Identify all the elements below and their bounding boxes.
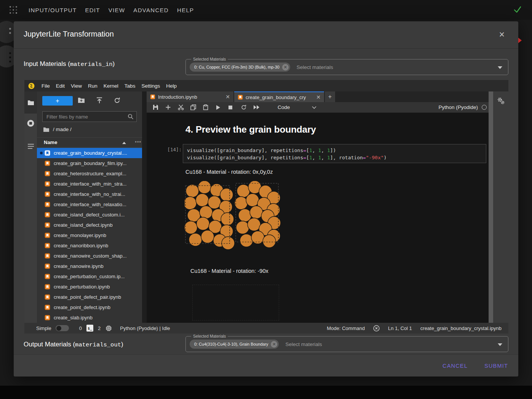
notebook-file-icon [45,284,50,290]
notebook-file-icon [45,222,50,228]
chip-remove-icon[interactable]: ✕ [282,64,289,71]
output-materials-select[interactable]: Selected Materials 0: Cu4(310)-Cu4(-3-10… [185,336,508,352]
notebook-content[interactable]: 4. Preview the grain boundary [14]: visu… [147,113,489,323]
file-browser: + / made / Name ••• cr [37,91,142,323]
notebook-file-icon [45,253,50,259]
dialog-title: JupyterLite Transformation [24,30,114,38]
save-button[interactable] [153,104,165,110]
restart-run-all-button[interactable] [253,105,266,110]
notebook-tab[interactable]: create_grain_boundary_cry ✕ [234,91,324,102]
file-row[interactable]: create_interface_with_no_strai... [37,189,142,199]
jupyterlab-menu-item[interactable]: Kernel [101,83,121,89]
close-icon[interactable]: ✕ [225,94,230,100]
add-cell-button[interactable] [165,104,178,110]
editor-mode[interactable]: Mode: Command [327,325,365,331]
dropdown-arrow-icon[interactable] [498,343,502,346]
file-row[interactable]: create_monolayer.ipynb [37,230,142,240]
topbar-menu-item[interactable]: HELP [177,7,194,13]
app-logo-dots-icon[interactable] [8,5,18,15]
file-row[interactable]: create_slab.ipynb [37,312,142,323]
file-row[interactable]: create_point_defect.ipynb [37,302,142,312]
file-row[interactable]: create_point_defect_pair.ipynb [37,292,142,302]
file-row[interactable]: create_grain_boundary_film.ipy... [37,158,142,168]
sidebar-tab-files[interactable] [24,91,37,114]
topbar-menu-item[interactable]: ADVANCED [133,7,169,13]
scrollbar[interactable] [489,91,493,323]
new-tab-button[interactable]: + [325,91,335,102]
file-row[interactable]: create_heterostructure_exampl... [37,168,142,179]
sidebar-tab-running[interactable] [24,120,37,127]
file-row[interactable]: create_nanoribbon.ipynb [37,240,142,251]
chip-remove-icon[interactable]: ✕ [271,341,277,348]
notebook-file-icon [45,263,50,269]
jupyterlab-menu-item[interactable]: Edit [53,83,68,89]
file-row[interactable]: create_perturbation_custom.ip... [37,271,142,282]
sidebar-tab-toc[interactable] [24,143,37,149]
file-name: create_interface_with_min_stra... [54,181,126,187]
close-icon[interactable]: ✕ [316,94,321,100]
jupyterlab-menu-item[interactable]: Help [163,83,180,89]
trust-shield-icon[interactable] [373,325,380,332]
file-list-header[interactable]: Name ••• [37,137,142,147]
file-name: create_point_defect_pair.ipynb [54,294,121,300]
success-check-icon [513,6,522,13]
file-row[interactable]: create_island_defect_custom.i... [37,210,142,220]
file-name: create_slab.ipynb [54,315,93,320]
kernels-count[interactable]: 2 [98,325,101,331]
file-row[interactable]: create_nanowire_custom_shap... [37,251,142,261]
filter-files-input[interactable] [42,111,137,122]
input-materials-select[interactable]: Selected Materials 0: Cu, Copper, FCC (F… [185,59,508,75]
cell-type-select[interactable]: Code [278,104,290,110]
jupyterlab-menu-item[interactable]: File [38,83,53,89]
kernel-indicator[interactable]: Python (Pyodide) [438,104,489,110]
kernel-status-text[interactable]: Python (Pyodide) | Idle [120,325,170,331]
notebook-tab[interactable]: Introduction.ipynb ✕ [147,91,233,102]
chevron-down-icon[interactable] [312,106,316,109]
new-folder-icon[interactable] [78,97,85,103]
topbar-menu-item[interactable]: VIEW [109,7,125,13]
kernel-chip-icon[interactable] [105,325,112,332]
settings-gears-icon[interactable] [497,97,505,106]
topbar-menu-item[interactable]: INPUT/OUTPUT [29,7,77,13]
field-legend: Selected Materials [191,334,228,338]
file-row[interactable]: create_nanowire.ipynb [37,261,142,271]
notebook-file-icon [45,232,50,238]
run-cell-button[interactable] [216,105,228,110]
material-visualization[interactable] [185,181,281,254]
dropdown-arrow-icon[interactable] [498,66,502,69]
topbar-menu-item[interactable]: EDIT [85,7,100,13]
file-row[interactable]: create_perturbation.ipynb [37,282,142,292]
simple-mode-label: Simple [36,325,51,331]
interrupt-kernel-button[interactable] [228,105,241,110]
breadcrumb[interactable]: / made / [43,127,72,132]
terminals-count[interactable]: 0 [79,325,82,331]
file-row[interactable]: create_interface_with_relaxatio... [37,199,142,210]
close-icon[interactable]: × [499,30,505,39]
material-chip[interactable]: 0: Cu4(310)-Cu4(-3-10), Grain Boundary ✕ [190,340,279,349]
terminal-icon[interactable]: $_ [86,325,93,332]
jupyterlab-menu-item[interactable]: Run [85,83,101,89]
jupyterlab-menu-item[interactable]: View [68,83,85,89]
notebook-panel: Introduction.ipynb ✕ create_grain_bounda… [147,91,489,323]
file-row[interactable]: create_grain_boundary_crystal.... [37,148,142,158]
refresh-icon[interactable] [114,97,120,104]
tab-label: Introduction.ipynb [158,94,223,100]
code-cell[interactable]: visualize([grain_boundary], repetitions=… [183,144,486,163]
upload-icon[interactable] [96,97,102,104]
cursor-position[interactable]: Ln 1, Col 1 [388,325,412,331]
jupyterlab-menu-item[interactable]: Settings [138,83,163,89]
cancel-button[interactable]: CANCEL [443,363,468,369]
jupyterlab-menu-item[interactable]: Tabs [121,83,139,89]
paste-cells-button[interactable] [203,104,216,110]
restart-kernel-button[interactable] [241,104,253,110]
file-row[interactable]: create_island_defect.ipynb [37,220,142,230]
file-row[interactable]: create_interface_with_min_stra... [37,179,142,189]
table-of-contents-icon [27,143,34,149]
submit-button[interactable]: SUBMIT [484,363,508,369]
material-chip[interactable]: 0: Cu, Copper, FCC (Fm-3m) 3D (Bulk), mp… [190,62,290,72]
panel-splitter[interactable] [142,91,147,323]
new-launcher-button[interactable]: + [42,96,73,106]
copy-cells-button[interactable] [190,104,203,110]
cut-cells-button[interactable] [178,104,190,110]
simple-mode-toggle[interactable] [56,325,69,331]
